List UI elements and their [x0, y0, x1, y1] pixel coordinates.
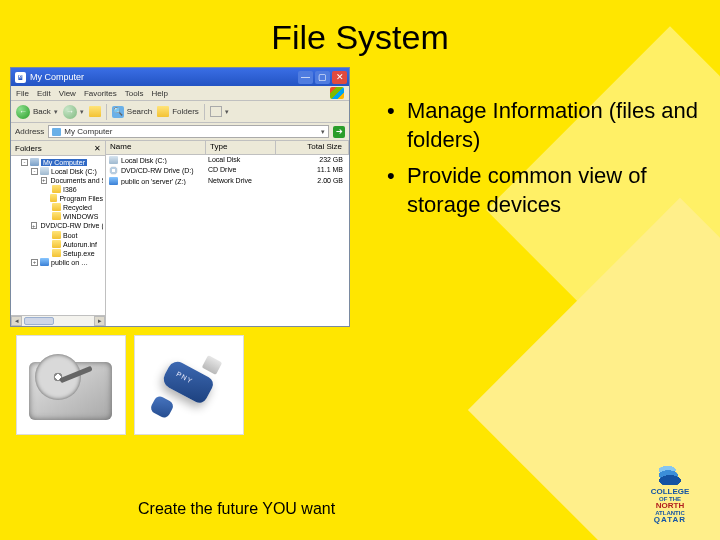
tree-item[interactable]: +public on … — [13, 258, 103, 267]
bullet-item: Provide common view of storage devices — [385, 162, 700, 219]
net-icon — [40, 258, 49, 266]
pc-icon — [30, 158, 39, 166]
folder-icon — [52, 249, 61, 257]
toolbar: ← Back ▾ → ▾ 🔍 Search Fold — [11, 101, 349, 123]
folders-pane-title: Folders — [15, 144, 42, 153]
folders-button[interactable]: Folders — [157, 106, 199, 117]
back-button[interactable]: ← Back ▾ — [16, 105, 58, 119]
cell-name: Local Disk (C:) — [121, 157, 167, 164]
scroll-thumb[interactable] — [24, 317, 54, 325]
tree-label: DVD/CD-RW Drive (D:) — [41, 222, 103, 229]
table-row[interactable]: public on 'server' (Z:)Network Drive2.00… — [106, 176, 349, 186]
search-button[interactable]: 🔍 Search — [112, 106, 152, 118]
cell-type: Network Drive — [206, 177, 276, 185]
tree-item[interactable]: Autorun.inf — [13, 240, 103, 249]
chevron-down-icon: ▾ — [80, 108, 84, 116]
logo-text: COLLEGE — [634, 488, 706, 496]
folder-icon — [50, 194, 57, 202]
menu-edit[interactable]: Edit — [37, 89, 51, 98]
expand-toggle[interactable]: + — [31, 259, 38, 266]
menu-favorites[interactable]: Favorites — [84, 89, 117, 98]
folder-icon — [52, 203, 61, 211]
slide-title: File System — [0, 0, 720, 67]
tree-item[interactable]: Program Files — [13, 194, 103, 203]
cell-size: 2.00 GB — [276, 177, 349, 185]
horizontal-scrollbar[interactable]: ◂ ▸ — [11, 315, 105, 326]
scroll-left-button[interactable]: ◂ — [11, 316, 22, 326]
address-label: Address — [15, 127, 44, 136]
my-computer-icon — [52, 128, 61, 136]
cell-size: 11.1 MB — [276, 166, 349, 175]
tree-item[interactable]: Boot — [13, 231, 103, 240]
cell-type: Local Disk — [206, 156, 276, 164]
tree-item[interactable]: -Local Disk (C:) — [13, 167, 103, 176]
tree-item[interactable]: Setup.exe — [13, 249, 103, 258]
folder-icon — [52, 185, 61, 193]
column-name[interactable]: Name — [106, 141, 206, 154]
expand-toggle[interactable]: + — [31, 222, 37, 229]
menu-tools[interactable]: Tools — [125, 89, 144, 98]
close-pane-button[interactable]: ✕ — [94, 144, 101, 153]
cell-size: 232 GB — [276, 156, 349, 164]
cd-icon — [109, 166, 118, 175]
tree-item[interactable]: +Documents and Settings — [13, 176, 103, 185]
close-button[interactable]: ✕ — [332, 71, 347, 84]
column-headers: Name Type Total Size — [106, 141, 349, 155]
tree-item[interactable]: WINDOWS — [13, 212, 103, 221]
expand-toggle[interactable]: - — [31, 168, 38, 175]
tree-label: Documents and Settings — [51, 177, 103, 184]
bullet-list: Manage Information (files and folders) P… — [385, 97, 700, 219]
folders-pane: Folders ✕ -My Computer-Local Disk (C:)+D… — [11, 141, 106, 326]
chevron-down-icon: ▾ — [54, 108, 58, 116]
menu-file[interactable]: File — [16, 89, 29, 98]
back-arrow-icon: ← — [16, 105, 30, 119]
scroll-right-button[interactable]: ▸ — [94, 316, 105, 326]
tree-item[interactable]: I386 — [13, 185, 103, 194]
tree-label: Boot — [63, 232, 77, 239]
tree-label: Local Disk (C:) — [51, 168, 97, 175]
minimize-button[interactable]: — — [298, 71, 313, 84]
tree-label: Recycled — [63, 204, 92, 211]
tree-item[interactable]: Recycled — [13, 203, 103, 212]
chevron-down-icon: ▾ — [321, 128, 325, 136]
go-button[interactable]: ➔ — [333, 126, 345, 138]
folder-tree[interactable]: -My Computer-Local Disk (C:)+Documents a… — [11, 156, 105, 315]
expand-toggle[interactable]: + — [41, 177, 47, 184]
maximize-button[interactable]: ▢ — [315, 71, 330, 84]
table-row[interactable]: DVD/CD-RW Drive (D:)CD Drive11.1 MB — [106, 165, 349, 176]
up-button[interactable] — [89, 106, 101, 117]
tree-item[interactable]: -My Computer — [13, 158, 103, 167]
window-title: My Computer — [30, 72, 84, 82]
address-value: My Computer — [64, 127, 112, 136]
search-icon: 🔍 — [112, 106, 124, 118]
up-folder-icon — [89, 106, 101, 117]
hard-disk-image — [16, 335, 126, 435]
bullet-item: Manage Information (files and folders) — [385, 97, 700, 154]
file-list-pane: Name Type Total Size Local Disk (C:)Loca… — [106, 141, 349, 326]
address-input[interactable]: My Computer ▾ — [48, 125, 329, 138]
tree-label: WINDOWS — [63, 213, 98, 220]
back-label: Back — [33, 107, 51, 116]
tree-label: Program Files — [59, 195, 103, 202]
forward-button[interactable]: → ▾ — [63, 105, 84, 119]
column-type[interactable]: Type — [206, 141, 276, 154]
table-row[interactable]: Local Disk (C:)Local Disk232 GB — [106, 155, 349, 165]
menu-help[interactable]: Help — [151, 89, 167, 98]
tagline: Create the future YOU want — [138, 500, 335, 518]
drive-icon — [40, 167, 49, 175]
usb-flash-drive-image: PNY — [134, 335, 244, 435]
chevron-down-icon: ▾ — [225, 108, 229, 116]
column-size[interactable]: Total Size — [276, 141, 349, 154]
folder-icon — [52, 231, 61, 239]
expand-toggle[interactable]: - — [21, 159, 28, 166]
net-icon — [109, 177, 118, 185]
forward-arrow-icon: → — [63, 105, 77, 119]
wave-icon — [653, 463, 687, 485]
tree-label: My Computer — [41, 159, 87, 166]
logo-text: QATAR — [634, 516, 706, 524]
cell-type: CD Drive — [206, 166, 276, 175]
menu-view[interactable]: View — [59, 89, 76, 98]
views-button[interactable]: ▾ — [210, 106, 229, 117]
college-logo: COLLEGE OF THE NORTH ATLANTIC QATAR — [634, 463, 706, 524]
tree-item[interactable]: +DVD/CD-RW Drive (D:) — [13, 221, 103, 231]
